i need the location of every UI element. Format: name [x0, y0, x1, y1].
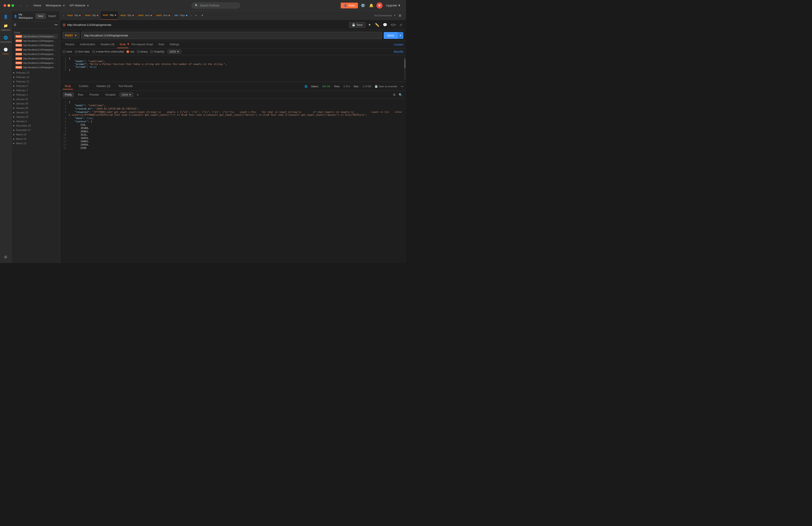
invite-button[interactable]: 👤 Invite	[341, 3, 358, 9]
edit-button[interactable]: ✏️	[374, 22, 380, 28]
graphql-radio[interactable]: GraphQL	[150, 50, 164, 53]
resp-tab-test-results[interactable]: Test Results	[116, 83, 135, 89]
expand-button[interactable]: ⤢	[398, 22, 403, 28]
save-button[interactable]: 💾 Save	[349, 22, 365, 28]
history-item[interactable]: POST http://localhost:11434/api/generate	[14, 52, 58, 56]
minimize-button[interactable]	[8, 4, 10, 7]
tab-prev-button[interactable]: ‹	[62, 13, 65, 18]
date-group-feb9[interactable]: ▶ February 9	[12, 84, 60, 88]
editor-scrollbar-track[interactable]	[404, 57, 406, 80]
code-button[interactable]: </>	[390, 22, 397, 28]
date-group-feb1[interactable]: ▶ February 1	[12, 93, 60, 97]
history-item[interactable]: POST http://localhost:11434/api/generate	[14, 61, 58, 65]
environments-button[interactable]: 🌐 Environments	[1, 34, 11, 45]
form-data-radio[interactable]: form-data	[75, 50, 90, 53]
tab-5[interactable]: POST loca	[136, 11, 154, 20]
environment-options-button[interactable]: ⊞	[397, 13, 403, 18]
date-group-mar14[interactable]: ▶ March 14	[12, 137, 60, 141]
new-tab-button[interactable]: +	[193, 13, 199, 18]
history-item[interactable]: POST http://localhost:11434/api/generate	[14, 43, 58, 47]
date-group-jan29[interactable]: ▶ January 29	[12, 106, 60, 110]
save-example-button[interactable]: 💾 Save as example	[375, 85, 397, 88]
resp-tab-headers[interactable]: Headers (3)	[94, 83, 113, 89]
cookies-link[interactable]: Cookies	[394, 43, 403, 46]
visualize-button[interactable]: Visualize	[103, 92, 118, 97]
history-item[interactable]: POST http://localhost:11434/api/generate	[14, 65, 58, 70]
method-select[interactable]: POST ▼	[63, 32, 79, 39]
beautify-button[interactable]: Beautify	[394, 50, 403, 53]
tab-7[interactable]: GET https	[172, 11, 190, 20]
tab-body[interactable]: Body	[117, 41, 128, 48]
save-dropdown-button[interactable]: ▼	[367, 22, 373, 28]
tab-4[interactable]: POST http	[118, 11, 136, 20]
back-button[interactable]: ←	[18, 3, 24, 8]
tab-next-button[interactable]: ›	[190, 13, 193, 18]
url-input[interactable]	[81, 32, 382, 39]
raw-radio[interactable]: raw	[127, 50, 134, 53]
upgrade-button[interactable]: Upgrade ▼	[385, 3, 403, 8]
date-group-jan31[interactable]: ▶ January 31	[12, 97, 60, 101]
date-group-mar13[interactable]: ▶ March 13	[12, 141, 60, 145]
search-response-button[interactable]: 🔍	[397, 92, 403, 98]
forward-button[interactable]: →	[24, 3, 29, 8]
history-button[interactable]: 🕐 History	[1, 46, 11, 57]
date-group-jan30[interactable]: ▶ January 30	[12, 101, 60, 106]
date-group-feb11[interactable]: ▶ February 11	[12, 79, 60, 84]
date-group-feb13[interactable]: ▶ February 13	[12, 70, 60, 75]
api-network-link[interactable]: API Network ▼	[68, 3, 91, 8]
json-type-select[interactable]: JSON ▼	[168, 50, 181, 54]
settings-button[interactable]: ⚙️	[360, 2, 366, 9]
maximize-button[interactable]	[12, 4, 14, 7]
tab-pre-request[interactable]: Pre-request Script	[129, 41, 156, 48]
preview-button[interactable]: Preview	[87, 92, 101, 97]
resp-tab-body[interactable]: Body	[63, 83, 73, 89]
comment-button[interactable]: 💬	[382, 22, 388, 28]
tab-params[interactable]: Params	[63, 41, 77, 48]
urlencoded-radio[interactable]: x-www-form-urlencoded	[92, 50, 124, 53]
tab-3-active[interactable]: POST http	[101, 11, 118, 20]
tab-overflow-button[interactable]: ▼	[199, 13, 205, 18]
import-button[interactable]: Import	[46, 13, 58, 19]
resp-tab-cookies[interactable]: Cookies	[76, 83, 90, 89]
new-button[interactable]: New	[35, 13, 46, 19]
tab-headers[interactable]: Headers (9)	[98, 41, 117, 48]
date-group-feb7[interactable]: ▶ February 7	[12, 88, 60, 93]
tab-tests[interactable]: Tests	[156, 41, 167, 48]
history-item[interactable]: POST http://localhost:11434/api/generate	[14, 56, 58, 61]
date-group-jan23[interactable]: ▶ January 23	[12, 115, 60, 119]
history-item[interactable]: POST http://localhost:11434/api/generate	[14, 34, 58, 39]
tab-2[interactable]: POST http	[83, 11, 101, 20]
search-bar[interactable]: 🔍 Search Postman	[191, 3, 240, 9]
date-group-dec19[interactable]: ▶ December 19	[12, 124, 60, 128]
avatar[interactable]: N	[376, 2, 382, 9]
none-radio[interactable]: none	[63, 50, 72, 53]
more-options-icon[interactable]: •••	[55, 23, 58, 27]
date-group-nov27[interactable]: ▶ November 27	[12, 128, 60, 132]
workspace-icon-btn[interactable]: 👤	[1, 13, 11, 21]
home-link[interactable]: Home	[32, 3, 43, 8]
response-more-button[interactable]: •••	[401, 85, 403, 88]
editor-scrollbar-thumb[interactable]	[404, 59, 406, 68]
tab-1[interactable]: POST http	[65, 11, 83, 20]
date-group-jan2[interactable]: ▶ January 2	[12, 119, 60, 124]
send-dropdown-button[interactable]: ▼	[397, 32, 403, 39]
tab-settings[interactable]: Settings	[167, 41, 182, 48]
workspaces-link[interactable]: Workspaces ▼	[44, 3, 67, 8]
more-button[interactable]: ⊞	[1, 253, 11, 261]
bell-button[interactable]: 🔔	[368, 2, 375, 9]
date-group-jan25[interactable]: ▶ January 25	[12, 110, 60, 115]
pretty-button[interactable]: Pretty	[63, 92, 74, 97]
tab-authorization[interactable]: Authorization	[77, 41, 98, 48]
wrap-lines-icon[interactable]: ≡	[137, 93, 139, 97]
collections-button[interactable]: 📁 Collections	[1, 22, 11, 33]
json-format-select[interactable]: JSON ▼	[120, 93, 133, 97]
history-item[interactable]: POST http://localhost:11434/api/generate	[14, 39, 58, 43]
close-button[interactable]	[3, 4, 6, 7]
history-item[interactable]: POST http://localhost:11434/api/generate	[14, 47, 58, 52]
no-environment-select[interactable]: No Environment	[375, 14, 392, 17]
binary-radio[interactable]: binary	[137, 50, 148, 53]
code-editor[interactable]: 1 { 2 "model": "codellama", 3 "prompt": …	[60, 55, 406, 82]
copy-button[interactable]: ⧉	[392, 92, 396, 98]
response-body[interactable]: 1 { 2 "model": "codellama", 3 "created_a…	[60, 99, 406, 263]
date-group-mar15[interactable]: ▶ March 15	[12, 132, 60, 137]
